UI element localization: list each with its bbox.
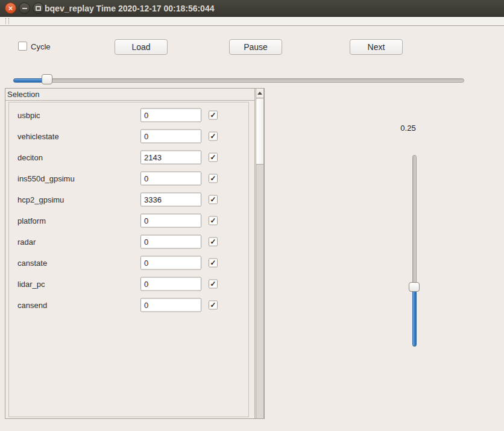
check-icon: ✓ bbox=[210, 301, 216, 308]
check-icon: ✓ bbox=[210, 174, 216, 181]
load-button[interactable]: Load bbox=[115, 39, 168, 55]
speed-value-label: 0.25 bbox=[395, 124, 421, 133]
arrow-up-icon bbox=[257, 92, 262, 95]
signal-label: platform bbox=[17, 216, 46, 225]
signal-checkbox[interactable]: ✓ bbox=[209, 216, 218, 225]
check-icon: ✓ bbox=[210, 153, 216, 160]
timeline-slider-track[interactable] bbox=[13, 78, 464, 83]
count-input[interactable] bbox=[140, 277, 201, 291]
signal-label: lidar_pc bbox=[17, 279, 45, 288]
next-button[interactable]: Next bbox=[350, 39, 403, 55]
count-input[interactable] bbox=[140, 150, 201, 164]
pause-button[interactable]: Pause bbox=[229, 39, 282, 55]
count-input[interactable] bbox=[140, 213, 201, 227]
count-input[interactable] bbox=[140, 298, 201, 312]
maximize-button[interactable] bbox=[33, 2, 44, 14]
speed-slider-fill bbox=[412, 288, 417, 347]
signal-checkbox[interactable]: ✓ bbox=[209, 195, 218, 204]
selection-row: vehiclestate ✓ bbox=[9, 125, 248, 146]
signal-checkbox[interactable]: ✓ bbox=[209, 131, 218, 140]
check-icon: ✓ bbox=[210, 216, 216, 224]
selection-row: deciton ✓ bbox=[9, 146, 248, 168]
selection-row: cansend ✓ bbox=[9, 294, 248, 315]
selection-row: hcp2_gpsimu ✓ bbox=[9, 189, 248, 210]
selection-row: radar ✓ bbox=[9, 231, 248, 252]
toolbar bbox=[0, 17, 504, 26]
count-input[interactable] bbox=[140, 256, 201, 269]
scrollbar-up-button[interactable] bbox=[256, 89, 263, 98]
signal-checkbox[interactable]: ✓ bbox=[209, 279, 218, 288]
signal-label: vehiclestate bbox=[17, 131, 59, 140]
speed-slider-handle[interactable] bbox=[409, 282, 420, 292]
timeline-slider-handle[interactable] bbox=[42, 74, 52, 84]
scrollbar-thumb[interactable] bbox=[256, 99, 263, 165]
check-icon: ✓ bbox=[210, 132, 216, 139]
signal-checkbox[interactable]: ✓ bbox=[209, 153, 218, 162]
titlebar[interactable]: × bqev_replay Time 2020-12-17 00:18:56:0… bbox=[0, 0, 504, 17]
selection-row: lidar_pc ✓ bbox=[9, 273, 248, 294]
signal-label: deciton bbox=[17, 153, 43, 162]
app-window: × bqev_replay Time 2020-12-17 00:18:56:0… bbox=[0, 0, 504, 431]
cycle-checkbox[interactable] bbox=[18, 42, 27, 51]
count-input[interactable] bbox=[140, 192, 201, 206]
count-input[interactable] bbox=[140, 129, 201, 143]
check-icon: ✓ bbox=[210, 238, 216, 245]
signal-checkbox[interactable]: ✓ bbox=[209, 300, 218, 309]
signal-label: hcp2_gpsimu bbox=[17, 195, 64, 204]
signal-label: usbpic bbox=[17, 110, 40, 119]
signal-label: canstate bbox=[17, 258, 47, 267]
groupbox-border bbox=[254, 89, 255, 418]
check-icon: ✓ bbox=[210, 280, 216, 287]
check-icon: ✓ bbox=[210, 111, 216, 118]
count-input[interactable] bbox=[140, 234, 201, 248]
selection-scrollarea: Selection usbpic ✓ vehiclestate ✓ decito… bbox=[5, 88, 265, 419]
window-title: bqev_replay Time 2020-12-17 00:18:56:044 bbox=[45, 0, 214, 17]
count-input[interactable] bbox=[140, 171, 201, 185]
minimize-icon bbox=[22, 8, 27, 9]
toolbar-drag-handle-icon[interactable] bbox=[5, 18, 9, 24]
maximize-icon bbox=[36, 6, 41, 11]
selection-scrollbar[interactable] bbox=[256, 89, 264, 418]
check-icon: ✓ bbox=[210, 259, 216, 266]
cycle-label: Cycle bbox=[31, 42, 51, 51]
signal-checkbox[interactable]: ✓ bbox=[209, 110, 218, 119]
selection-frame: usbpic ✓ vehiclestate ✓ deciton ✓ ins550… bbox=[8, 102, 249, 417]
groupbox-border bbox=[5, 100, 255, 101]
signal-label: cansend bbox=[17, 300, 47, 309]
close-icon: × bbox=[8, 4, 13, 12]
signal-label: radar bbox=[17, 237, 36, 246]
close-button[interactable]: × bbox=[5, 2, 16, 14]
minimize-button[interactable] bbox=[19, 2, 30, 14]
check-icon: ✓ bbox=[210, 195, 216, 203]
selection-row: canstate ✓ bbox=[9, 252, 248, 273]
signal-checkbox[interactable]: ✓ bbox=[209, 174, 218, 183]
selection-row: usbpic ✓ bbox=[9, 104, 248, 125]
selection-row: ins550d_gpsimu ✓ bbox=[9, 168, 248, 189]
signal-checkbox[interactable]: ✓ bbox=[209, 237, 218, 246]
signal-label: ins550d_gpsimu bbox=[17, 174, 75, 183]
selection-group-title: Selection bbox=[7, 90, 39, 99]
count-input[interactable] bbox=[140, 108, 201, 122]
selection-row: platform ✓ bbox=[9, 210, 248, 231]
signal-checkbox[interactable]: ✓ bbox=[209, 258, 218, 267]
